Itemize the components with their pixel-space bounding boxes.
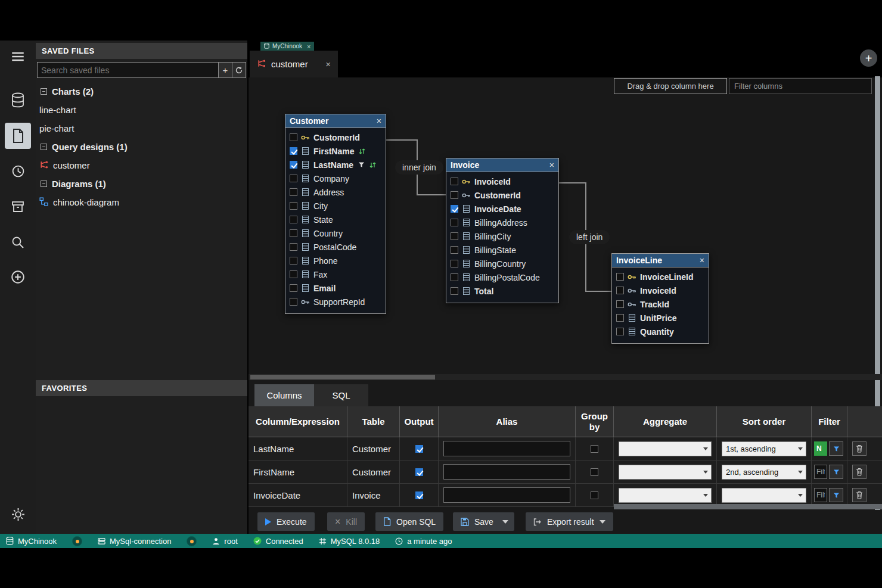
output-checkbox[interactable]: [415, 491, 423, 499]
search-icon[interactable]: [5, 229, 31, 256]
column-checkbox[interactable]: [290, 257, 297, 265]
column-checkbox[interactable]: [290, 161, 297, 169]
filter-input[interactable]: [814, 441, 827, 456]
designer-column-row[interactable]: UnitPrice: [612, 311, 709, 325]
alias-input[interactable]: [443, 487, 570, 503]
designer-column-row[interactable]: TrackId: [612, 297, 709, 311]
designer-column-row[interactable]: Address: [285, 185, 386, 199]
table-card-header[interactable]: Invoice ×: [446, 158, 558, 172]
statusbar-user[interactable]: root: [212, 537, 237, 546]
tab-sql[interactable]: SQL: [314, 384, 368, 406]
sort-order-select[interactable]: 1st, ascending: [722, 441, 806, 456]
designer-column-row[interactable]: BillingState: [446, 243, 558, 257]
designer-column-row[interactable]: InvoiceDate: [446, 202, 558, 216]
designer-column-row[interactable]: BillingCity: [446, 229, 558, 243]
close-icon[interactable]: ×: [549, 160, 554, 170]
filter-input[interactable]: [814, 488, 827, 502]
add-file-button[interactable]: +: [219, 62, 232, 78]
column-checkbox[interactable]: [451, 246, 458, 254]
column-checkbox[interactable]: [290, 216, 297, 223]
aggregate-select[interactable]: [619, 441, 712, 456]
add-icon[interactable]: [5, 264, 31, 290]
designer-column-row[interactable]: BillingPostalCode: [446, 270, 558, 284]
collapse-icon[interactable]: [41, 181, 47, 187]
designer-column-row[interactable]: Total: [446, 284, 558, 298]
column-checkbox[interactable]: [290, 175, 297, 182]
column-checkbox[interactable]: [290, 229, 297, 237]
filter-button[interactable]: [829, 488, 843, 502]
archive-icon[interactable]: [5, 194, 31, 220]
scrollbar-thumb[interactable]: [250, 375, 435, 379]
column-checkbox[interactable]: [290, 243, 297, 251]
groupby-checkbox[interactable]: [591, 491, 598, 499]
open-sql-button[interactable]: Open SQL: [375, 512, 443, 531]
join-type-label[interactable]: inner join: [395, 160, 443, 175]
sort-order-select[interactable]: 2nd, ascending: [722, 465, 806, 480]
designer-column-row[interactable]: Fax: [285, 267, 386, 281]
delete-row-button[interactable]: [852, 465, 867, 479]
canvas-horizontal-scrollbar[interactable]: [249, 374, 882, 380]
column-checkbox[interactable]: [451, 287, 458, 295]
delete-row-button[interactable]: [852, 441, 867, 456]
column-expression-cell[interactable]: LastName: [249, 437, 347, 461]
column-checkbox[interactable]: [616, 287, 624, 294]
designer-column-row[interactable]: Quantity: [612, 325, 709, 338]
alias-input[interactable]: [443, 464, 570, 480]
designer-column-row[interactable]: PostalCode: [285, 240, 386, 254]
tab-group-mychinook[interactable]: MyChinook ×: [260, 42, 314, 51]
designer-column-row[interactable]: BillingAddress: [446, 216, 558, 229]
designer-column-row[interactable]: FirstName: [285, 144, 386, 158]
close-icon[interactable]: ×: [307, 43, 310, 50]
column-checkbox[interactable]: [290, 284, 297, 292]
column-checkbox[interactable]: [451, 178, 458, 185]
column-checkbox[interactable]: [451, 191, 458, 199]
tree-item-chinook-diagram[interactable]: chinook-diagram: [36, 193, 247, 211]
aggregate-select[interactable]: [619, 465, 712, 480]
sort-order-select[interactable]: [722, 488, 806, 503]
designer-column-row[interactable]: Phone: [285, 254, 386, 267]
connection-color-badge[interactable]: [72, 536, 82, 546]
designer-column-row[interactable]: City: [285, 199, 386, 213]
output-checkbox[interactable]: [415, 468, 423, 476]
connection-color-badge[interactable]: [187, 536, 197, 546]
designer-column-row[interactable]: Email: [285, 281, 386, 295]
column-checkbox[interactable]: [290, 188, 297, 196]
grid-horizontal-scrollbar[interactable]: [614, 504, 882, 509]
execute-button[interactable]: Execute: [257, 512, 315, 531]
column-checkbox[interactable]: [290, 147, 297, 155]
designer-column-row[interactable]: BillingCountry: [446, 257, 558, 270]
tab-columns[interactable]: Columns: [254, 384, 314, 406]
column-checkbox[interactable]: [451, 232, 458, 240]
output-checkbox[interactable]: [415, 445, 423, 453]
statusbar-version[interactable]: MySQL 8.0.18: [319, 537, 380, 546]
designer-column-row[interactable]: InvoiceLineId: [612, 270, 709, 284]
filter-input[interactable]: [814, 465, 827, 479]
designer-column-row[interactable]: Company: [285, 172, 386, 185]
tab-customer[interactable]: customer ×: [250, 51, 338, 77]
kill-button[interactable]: ×Kill: [327, 512, 365, 531]
designer-column-row[interactable]: InvoiceId: [612, 284, 709, 297]
collapse-icon[interactable]: [41, 88, 47, 95]
drag-drop-column-target[interactable]: Drag & drop column here: [614, 78, 727, 94]
tree-item-line-chart[interactable]: line-chart: [36, 101, 247, 119]
save-dropdown-button[interactable]: [496, 512, 514, 531]
column-expression-cell[interactable]: FirstName: [249, 461, 347, 484]
filter-button[interactable]: [829, 441, 843, 456]
save-button[interactable]: Save: [453, 512, 501, 531]
column-checkbox[interactable]: [290, 202, 297, 210]
column-checkbox[interactable]: [616, 328, 624, 335]
close-icon[interactable]: ×: [325, 59, 331, 69]
column-checkbox[interactable]: [616, 273, 624, 281]
menu-icon[interactable]: [5, 43, 31, 70]
statusbar-last-used[interactable]: a minute ago: [395, 537, 452, 546]
delete-row-button[interactable]: [852, 488, 867, 502]
close-icon[interactable]: ×: [700, 256, 704, 265]
column-checkbox[interactable]: [616, 314, 624, 322]
column-checkbox[interactable]: [290, 298, 297, 306]
column-checkbox[interactable]: [290, 270, 297, 278]
groupby-checkbox[interactable]: [591, 445, 598, 453]
designer-column-row[interactable]: LastName: [285, 158, 386, 172]
statusbar-connected[interactable]: Connected: [253, 537, 303, 546]
search-saved-files-input[interactable]: [37, 62, 219, 78]
tree-item-customer[interactable]: customer: [36, 156, 247, 175]
